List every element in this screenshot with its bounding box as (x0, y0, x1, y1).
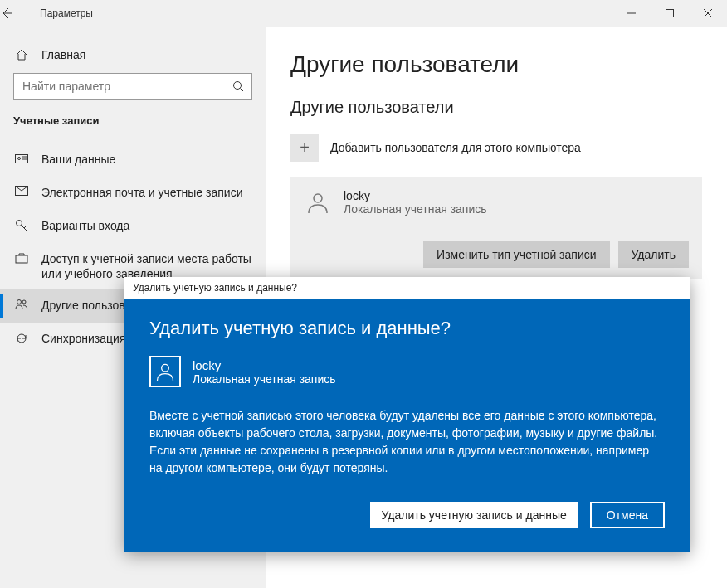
section-heading: Другие пользователи (290, 98, 702, 117)
home-icon (13, 48, 30, 61)
category-label: Учетные записи (0, 114, 266, 143)
svg-rect-14 (16, 255, 27, 263)
svg-point-11 (17, 221, 22, 226)
add-user-label: Добавить пользователя для этого компьюте… (330, 141, 581, 154)
dialog-titlebar: Удалить учетную запись и данные? (124, 277, 690, 299)
dialog-heading: Удалить учетную запись и данные? (149, 318, 665, 339)
delete-user-button[interactable]: Удалить (618, 241, 689, 268)
home-label: Главная (41, 48, 85, 61)
dialog-body-text: Вместе с учетной записью этого человека … (149, 407, 665, 477)
close-icon (704, 9, 712, 17)
id-card-icon (13, 153, 30, 164)
user-type: Локальная учетная запись (344, 202, 487, 216)
maximize-icon (666, 9, 674, 17)
search-icon (225, 80, 251, 92)
avatar-icon (304, 188, 332, 216)
search-box[interactable] (13, 73, 252, 100)
svg-point-18 (162, 364, 169, 372)
page-heading: Другие пользователи (290, 51, 702, 78)
arrow-left-icon (0, 7, 13, 20)
briefcase-icon (13, 252, 30, 264)
minimize-icon (627, 9, 636, 17)
cancel-button[interactable]: Отмена (590, 502, 665, 528)
svg-point-16 (22, 300, 26, 304)
change-account-type-button[interactable]: Изменить тип учетной записи (423, 241, 609, 268)
search-input[interactable] (14, 80, 225, 93)
maximize-button[interactable] (651, 0, 689, 27)
svg-point-15 (17, 300, 22, 304)
avatar-icon (149, 356, 181, 387)
users-icon (13, 299, 30, 310)
svg-point-17 (314, 194, 322, 202)
close-button[interactable] (689, 0, 727, 27)
window-title: Параметры (33, 7, 93, 19)
mail-icon (13, 186, 30, 196)
svg-line-13 (24, 226, 26, 228)
nav-item-signin[interactable]: Варианты входа (0, 210, 266, 243)
user-name: locky (344, 189, 487, 202)
nav-label: Ваши данные (41, 152, 115, 167)
svg-rect-1 (666, 10, 674, 17)
nav-item-your-info[interactable]: Ваши данные (0, 143, 266, 177)
home-nav[interactable]: Главная (0, 43, 266, 73)
nav-label: Электронная почта и учетные записи (41, 185, 242, 200)
nav-label: Варианты входа (41, 218, 129, 233)
user-card[interactable]: locky Локальная учетная запись Изменить … (290, 177, 702, 279)
title-bar: Параметры (0, 0, 727, 27)
delete-account-dialog: Удалить учетную запись и данные? Удалить… (124, 277, 690, 552)
plus-icon: + (290, 134, 319, 162)
back-button[interactable] (0, 7, 33, 20)
confirm-delete-button[interactable]: Удалить учетную запись и данные (370, 502, 578, 528)
add-user-button[interactable]: + Добавить пользователя для этого компью… (290, 134, 702, 162)
key-icon (13, 219, 30, 232)
svg-point-7 (18, 158, 21, 160)
nav-item-email[interactable]: Электронная почта и учетные записи (0, 177, 266, 210)
svg-point-4 (234, 82, 242, 90)
dialog-user-type: Локальная учетная запись (193, 372, 336, 386)
dialog-user-name: locky (193, 358, 336, 372)
svg-line-5 (241, 89, 244, 92)
sync-icon (13, 332, 30, 345)
minimize-button[interactable] (612, 0, 651, 27)
